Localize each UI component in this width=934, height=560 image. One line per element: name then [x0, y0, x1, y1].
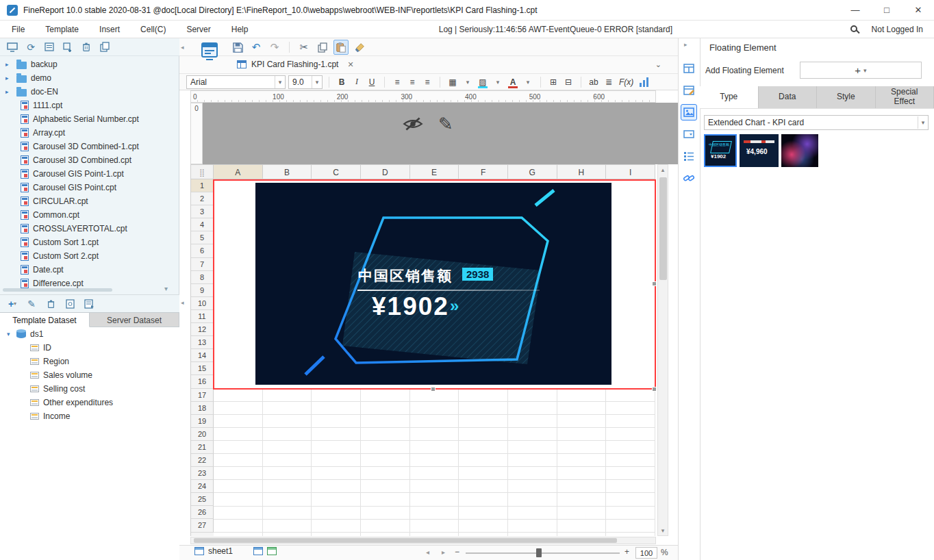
- dataset-item[interactable]: ▾ ds1: [0, 327, 179, 341]
- underline-button[interactable]: U: [366, 75, 378, 89]
- resize-handle-corner[interactable]: [652, 387, 657, 392]
- column-header[interactable]: A: [214, 164, 263, 179]
- condition-attributes-icon[interactable]: [681, 148, 697, 164]
- tab-list-dropdown-icon[interactable]: ⌄: [655, 60, 661, 69]
- menu-item[interactable]: Server: [176, 21, 220, 38]
- file-item[interactable]: Alphabetic Serial Number.cpt: [0, 112, 179, 126]
- row-header[interactable]: 22: [191, 454, 214, 467]
- align-right-icon[interactable]: ≡: [421, 75, 433, 89]
- row-header[interactable]: 13: [191, 336, 214, 349]
- tab-special-effect[interactable]: Special Effect: [876, 86, 934, 108]
- row-header[interactable]: 10: [191, 297, 214, 310]
- view-list-icon[interactable]: [42, 40, 56, 54]
- row-header[interactable]: 1: [191, 179, 214, 192]
- dataset-field-item[interactable]: Other expenditures: [0, 396, 179, 409]
- file-item[interactable]: CIRCULAR.cpt: [0, 194, 179, 208]
- expand-arrow-icon[interactable]: ▸: [5, 88, 14, 95]
- chart-type-select[interactable]: Extended Chart - KPI card▾: [704, 115, 929, 130]
- expand-arrow-icon[interactable]: ▸: [5, 75, 14, 81]
- cell-element-icon[interactable]: [681, 82, 697, 99]
- borders-icon[interactable]: ▦: [446, 75, 459, 89]
- collapse-left-panel-handle[interactable]: ◂: [181, 44, 184, 51]
- tab-style[interactable]: Style: [817, 86, 876, 108]
- font-size-select[interactable]: 9.0▾: [288, 75, 323, 89]
- tab-template-dataset[interactable]: Template Dataset: [0, 312, 90, 327]
- column-header[interactable]: H: [557, 164, 607, 179]
- dataset-field-item[interactable]: Region: [0, 355, 179, 368]
- minimize-button[interactable]: —: [840, 0, 871, 21]
- row-header[interactable]: 24: [191, 480, 214, 493]
- borders-dropdown-icon[interactable]: ▾: [462, 75, 474, 89]
- zoom-in-button[interactable]: +: [624, 547, 629, 557]
- template-web-attributes-icon[interactable]: [201, 41, 218, 62]
- tab-type[interactable]: Type: [700, 86, 759, 108]
- tree-scroll-down-icon[interactable]: ▾: [164, 285, 168, 292]
- copy-icon[interactable]: [315, 40, 330, 55]
- row-header[interactable]: 15: [191, 362, 214, 375]
- row-header[interactable]: 6: [191, 244, 214, 257]
- expand-right-panel-handle[interactable]: ▸: [684, 41, 687, 48]
- row-header[interactable]: 16: [191, 375, 214, 388]
- format-painter-icon[interactable]: [352, 40, 367, 55]
- save-icon[interactable]: [230, 40, 245, 55]
- horizontal-scrollbar[interactable]: [190, 537, 656, 544]
- row-header[interactable]: 4: [191, 218, 214, 231]
- tab-data[interactable]: Data: [759, 86, 818, 108]
- row-header[interactable]: 9: [191, 284, 214, 297]
- file-item[interactable]: Carousel 3D Combined-1.cpt: [0, 140, 179, 153]
- row-header[interactable]: 3: [191, 205, 214, 218]
- row-header[interactable]: 12: [191, 323, 214, 336]
- vertical-scroll-thumb[interactable]: [659, 177, 667, 280]
- hyperlink-icon[interactable]: [681, 170, 697, 186]
- batch-dataset-icon[interactable]: [82, 297, 96, 311]
- column-header[interactable]: F: [459, 164, 508, 179]
- chart-style-thumbnail-selected[interactable]: 中国区销售额 ¥1902: [704, 134, 737, 167]
- preview-dataset-icon[interactable]: [63, 297, 77, 311]
- select-all-corner[interactable]: ⣿: [190, 164, 214, 179]
- row-header[interactable]: 25: [191, 493, 214, 506]
- row-header[interactable]: 26: [191, 506, 214, 519]
- kpi-card-chart[interactable]: 中国区销售额 2938 ¥1902 »: [255, 183, 611, 385]
- column-header[interactable]: C: [312, 164, 361, 179]
- sheet-tab[interactable]: sheet1: [194, 546, 277, 556]
- login-status[interactable]: Not Logged In: [872, 21, 923, 38]
- zoom-slider-thumb[interactable]: [536, 548, 542, 557]
- file-item[interactable]: Array.cpt: [0, 126, 179, 140]
- column-header[interactable]: E: [410, 164, 459, 179]
- add-floating-element-button[interactable]: + ▾: [800, 62, 922, 79]
- folder-item[interactable]: ▸ doc-EN: [0, 85, 179, 99]
- cell-attributes-icon[interactable]: [681, 60, 697, 77]
- menu-item[interactable]: Cell(C): [130, 21, 176, 38]
- switch-workspace-icon[interactable]: [5, 40, 19, 54]
- row-header[interactable]: 23: [191, 467, 214, 480]
- row-header[interactable]: 21: [191, 441, 214, 454]
- merge-cells-icon[interactable]: ⊞: [547, 75, 559, 89]
- row-header[interactable]: 27: [191, 519, 214, 532]
- zoom-value-box[interactable]: 100: [635, 547, 657, 559]
- copy-file-icon[interactable]: [98, 40, 112, 54]
- folder-item[interactable]: ▸ backup: [0, 58, 179, 71]
- folder-item[interactable]: ▸ demo: [0, 71, 179, 85]
- resize-handle-bottom[interactable]: [431, 387, 436, 392]
- settings-add-icon[interactable]: [61, 40, 75, 54]
- dataset-field-item[interactable]: Income: [0, 409, 179, 423]
- maximize-button[interactable]: □: [871, 0, 903, 21]
- refresh-icon[interactable]: ⟳: [24, 40, 38, 54]
- log-status-text[interactable]: Log | Seriously:11:46:56 AWT-EventQueue-…: [439, 21, 672, 38]
- dataset-field-item[interactable]: ID: [0, 341, 179, 355]
- file-item[interactable]: Carousel GIS Point-1.cpt: [0, 167, 179, 181]
- sheet-prev-icon[interactable]: ◂: [426, 548, 429, 556]
- row-header[interactable]: 11: [191, 310, 214, 323]
- fill-dropdown-icon[interactable]: ▾: [492, 75, 504, 89]
- file-item[interactable]: Custom Sort 1.cpt: [0, 236, 179, 249]
- align-left-icon[interactable]: ≡: [391, 75, 403, 89]
- font-color-icon[interactable]: A: [507, 75, 519, 89]
- row-header[interactable]: 19: [191, 415, 214, 428]
- file-item[interactable]: CROSSLAYERTOTAL.cpt: [0, 222, 179, 236]
- align-center-icon[interactable]: ≡: [406, 75, 418, 89]
- file-item[interactable]: Common.cpt: [0, 208, 179, 222]
- scroll-down-icon[interactable]: ▾: [658, 526, 668, 535]
- column-header[interactable]: B: [263, 164, 312, 179]
- delete-icon[interactable]: [79, 40, 93, 54]
- chart-style-thumbnail-3[interactable]: [781, 134, 818, 167]
